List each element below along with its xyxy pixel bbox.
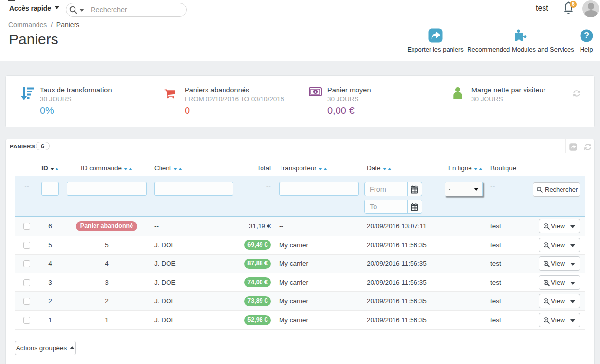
svg-text:?: ?: [584, 31, 589, 40]
svg-text:1: 1: [314, 90, 317, 94]
